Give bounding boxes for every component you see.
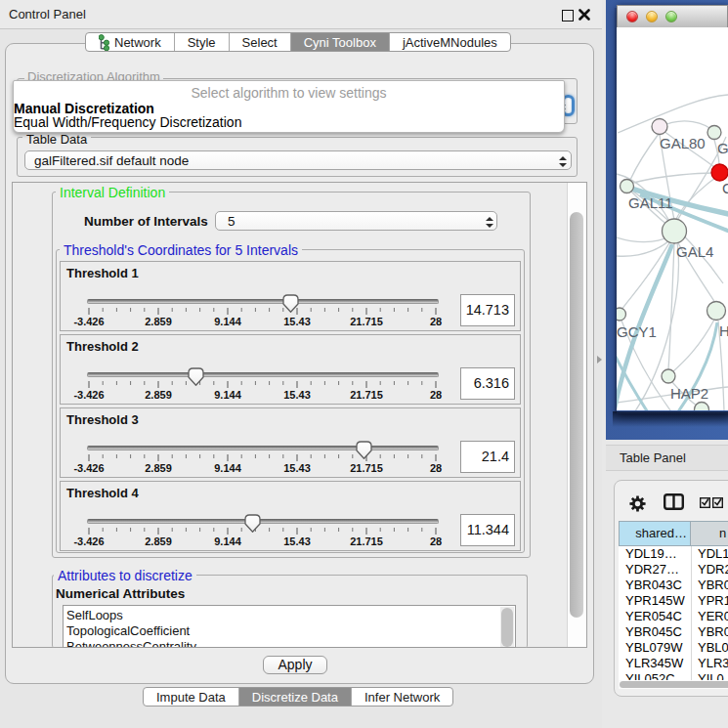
svg-text:GCY1: GCY1 bbox=[617, 323, 657, 340]
svg-text:GA: GA bbox=[717, 140, 728, 156]
svg-text:H: H bbox=[719, 322, 728, 339]
svg-text:HAP2: HAP2 bbox=[670, 385, 708, 402]
svg-text:GAL11: GAL11 bbox=[628, 194, 673, 211]
svg-text:GAL4: GAL4 bbox=[676, 243, 713, 260]
svg-text:C: C bbox=[722, 180, 728, 196]
svg-text:GAL80: GAL80 bbox=[660, 135, 706, 151]
